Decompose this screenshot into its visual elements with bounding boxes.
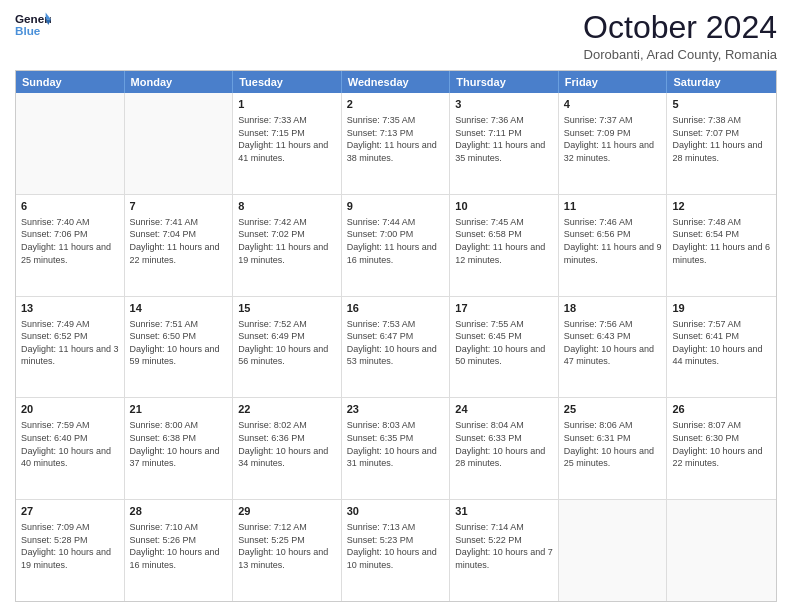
calendar-header: SundayMondayTuesdayWednesdayThursdayFrid…: [16, 71, 776, 93]
empty-cell: [125, 93, 234, 194]
logo: General Blue: [15, 10, 51, 40]
calendar-cell-22: 22Sunrise: 8:02 AM Sunset: 6:36 PM Dayli…: [233, 398, 342, 499]
cell-info: Sunrise: 7:13 AM Sunset: 5:23 PM Dayligh…: [347, 521, 445, 571]
calendar-cell-3: 3Sunrise: 7:36 AM Sunset: 7:11 PM Daylig…: [450, 93, 559, 194]
day-number: 12: [672, 199, 771, 214]
calendar-cell-13: 13Sunrise: 7:49 AM Sunset: 6:52 PM Dayli…: [16, 297, 125, 398]
calendar-cell-28: 28Sunrise: 7:10 AM Sunset: 5:26 PM Dayli…: [125, 500, 234, 601]
cell-info: Sunrise: 8:07 AM Sunset: 6:30 PM Dayligh…: [672, 419, 771, 469]
calendar-row-4: 20Sunrise: 7:59 AM Sunset: 6:40 PM Dayli…: [16, 397, 776, 499]
day-number: 4: [564, 97, 662, 112]
day-number: 17: [455, 301, 553, 316]
calendar-cell-21: 21Sunrise: 8:00 AM Sunset: 6:38 PM Dayli…: [125, 398, 234, 499]
cell-info: Sunrise: 7:10 AM Sunset: 5:26 PM Dayligh…: [130, 521, 228, 571]
calendar-cell-17: 17Sunrise: 7:55 AM Sunset: 6:45 PM Dayli…: [450, 297, 559, 398]
calendar-cell-19: 19Sunrise: 7:57 AM Sunset: 6:41 PM Dayli…: [667, 297, 776, 398]
day-number: 28: [130, 504, 228, 519]
day-number: 23: [347, 402, 445, 417]
calendar-cell-14: 14Sunrise: 7:51 AM Sunset: 6:50 PM Dayli…: [125, 297, 234, 398]
cell-info: Sunrise: 7:38 AM Sunset: 7:07 PM Dayligh…: [672, 114, 771, 164]
calendar-row-5: 27Sunrise: 7:09 AM Sunset: 5:28 PM Dayli…: [16, 499, 776, 601]
day-number: 20: [21, 402, 119, 417]
header-day-friday: Friday: [559, 71, 668, 93]
header-day-wednesday: Wednesday: [342, 71, 451, 93]
day-number: 24: [455, 402, 553, 417]
day-number: 22: [238, 402, 336, 417]
calendar: SundayMondayTuesdayWednesdayThursdayFrid…: [15, 70, 777, 602]
cell-info: Sunrise: 7:33 AM Sunset: 7:15 PM Dayligh…: [238, 114, 336, 164]
calendar-cell-29: 29Sunrise: 7:12 AM Sunset: 5:25 PM Dayli…: [233, 500, 342, 601]
day-number: 1: [238, 97, 336, 112]
empty-cell: [16, 93, 125, 194]
calendar-cell-31: 31Sunrise: 7:14 AM Sunset: 5:22 PM Dayli…: [450, 500, 559, 601]
cell-info: Sunrise: 7:44 AM Sunset: 7:00 PM Dayligh…: [347, 216, 445, 266]
cell-info: Sunrise: 7:36 AM Sunset: 7:11 PM Dayligh…: [455, 114, 553, 164]
header-day-thursday: Thursday: [450, 71, 559, 93]
day-number: 25: [564, 402, 662, 417]
day-number: 8: [238, 199, 336, 214]
calendar-row-1: 1Sunrise: 7:33 AM Sunset: 7:15 PM Daylig…: [16, 93, 776, 194]
cell-info: Sunrise: 7:40 AM Sunset: 7:06 PM Dayligh…: [21, 216, 119, 266]
page-header: General Blue October 2024 Dorobanti, Ara…: [15, 10, 777, 62]
cell-info: Sunrise: 7:37 AM Sunset: 7:09 PM Dayligh…: [564, 114, 662, 164]
calendar-cell-26: 26Sunrise: 8:07 AM Sunset: 6:30 PM Dayli…: [667, 398, 776, 499]
calendar-cell-18: 18Sunrise: 7:56 AM Sunset: 6:43 PM Dayli…: [559, 297, 668, 398]
calendar-row-2: 6Sunrise: 7:40 AM Sunset: 7:06 PM Daylig…: [16, 194, 776, 296]
cell-info: Sunrise: 7:52 AM Sunset: 6:49 PM Dayligh…: [238, 318, 336, 368]
logo-icon: General Blue: [15, 10, 51, 40]
calendar-body: 1Sunrise: 7:33 AM Sunset: 7:15 PM Daylig…: [16, 93, 776, 601]
day-number: 6: [21, 199, 119, 214]
calendar-cell-12: 12Sunrise: 7:48 AM Sunset: 6:54 PM Dayli…: [667, 195, 776, 296]
cell-info: Sunrise: 7:46 AM Sunset: 6:56 PM Dayligh…: [564, 216, 662, 266]
calendar-cell-23: 23Sunrise: 8:03 AM Sunset: 6:35 PM Dayli…: [342, 398, 451, 499]
cell-info: Sunrise: 7:48 AM Sunset: 6:54 PM Dayligh…: [672, 216, 771, 266]
day-number: 14: [130, 301, 228, 316]
svg-text:Blue: Blue: [15, 24, 41, 37]
cell-info: Sunrise: 7:09 AM Sunset: 5:28 PM Dayligh…: [21, 521, 119, 571]
cell-info: Sunrise: 7:41 AM Sunset: 7:04 PM Dayligh…: [130, 216, 228, 266]
cell-info: Sunrise: 7:56 AM Sunset: 6:43 PM Dayligh…: [564, 318, 662, 368]
day-number: 15: [238, 301, 336, 316]
day-number: 2: [347, 97, 445, 112]
calendar-cell-15: 15Sunrise: 7:52 AM Sunset: 6:49 PM Dayli…: [233, 297, 342, 398]
day-number: 10: [455, 199, 553, 214]
calendar-row-3: 13Sunrise: 7:49 AM Sunset: 6:52 PM Dayli…: [16, 296, 776, 398]
calendar-cell-6: 6Sunrise: 7:40 AM Sunset: 7:06 PM Daylig…: [16, 195, 125, 296]
day-number: 3: [455, 97, 553, 112]
cell-info: Sunrise: 7:14 AM Sunset: 5:22 PM Dayligh…: [455, 521, 553, 571]
cell-info: Sunrise: 8:02 AM Sunset: 6:36 PM Dayligh…: [238, 419, 336, 469]
calendar-cell-16: 16Sunrise: 7:53 AM Sunset: 6:47 PM Dayli…: [342, 297, 451, 398]
day-number: 19: [672, 301, 771, 316]
calendar-cell-24: 24Sunrise: 8:04 AM Sunset: 6:33 PM Dayli…: [450, 398, 559, 499]
empty-cell: [559, 500, 668, 601]
calendar-cell-30: 30Sunrise: 7:13 AM Sunset: 5:23 PM Dayli…: [342, 500, 451, 601]
location: Dorobanti, Arad County, Romania: [583, 47, 777, 62]
calendar-cell-20: 20Sunrise: 7:59 AM Sunset: 6:40 PM Dayli…: [16, 398, 125, 499]
day-number: 9: [347, 199, 445, 214]
cell-info: Sunrise: 8:06 AM Sunset: 6:31 PM Dayligh…: [564, 419, 662, 469]
day-number: 27: [21, 504, 119, 519]
cell-info: Sunrise: 7:53 AM Sunset: 6:47 PM Dayligh…: [347, 318, 445, 368]
cell-info: Sunrise: 7:57 AM Sunset: 6:41 PM Dayligh…: [672, 318, 771, 368]
cell-info: Sunrise: 8:03 AM Sunset: 6:35 PM Dayligh…: [347, 419, 445, 469]
cell-info: Sunrise: 7:51 AM Sunset: 6:50 PM Dayligh…: [130, 318, 228, 368]
calendar-cell-8: 8Sunrise: 7:42 AM Sunset: 7:02 PM Daylig…: [233, 195, 342, 296]
calendar-cell-25: 25Sunrise: 8:06 AM Sunset: 6:31 PM Dayli…: [559, 398, 668, 499]
cell-info: Sunrise: 7:45 AM Sunset: 6:58 PM Dayligh…: [455, 216, 553, 266]
day-number: 13: [21, 301, 119, 316]
day-number: 21: [130, 402, 228, 417]
header-day-tuesday: Tuesday: [233, 71, 342, 93]
cell-info: Sunrise: 8:04 AM Sunset: 6:33 PM Dayligh…: [455, 419, 553, 469]
calendar-cell-10: 10Sunrise: 7:45 AM Sunset: 6:58 PM Dayli…: [450, 195, 559, 296]
calendar-cell-11: 11Sunrise: 7:46 AM Sunset: 6:56 PM Dayli…: [559, 195, 668, 296]
day-number: 11: [564, 199, 662, 214]
cell-info: Sunrise: 7:59 AM Sunset: 6:40 PM Dayligh…: [21, 419, 119, 469]
calendar-cell-5: 5Sunrise: 7:38 AM Sunset: 7:07 PM Daylig…: [667, 93, 776, 194]
title-block: October 2024 Dorobanti, Arad County, Rom…: [583, 10, 777, 62]
day-number: 26: [672, 402, 771, 417]
cell-info: Sunrise: 7:55 AM Sunset: 6:45 PM Dayligh…: [455, 318, 553, 368]
day-number: 18: [564, 301, 662, 316]
calendar-cell-7: 7Sunrise: 7:41 AM Sunset: 7:04 PM Daylig…: [125, 195, 234, 296]
day-number: 29: [238, 504, 336, 519]
day-number: 31: [455, 504, 553, 519]
